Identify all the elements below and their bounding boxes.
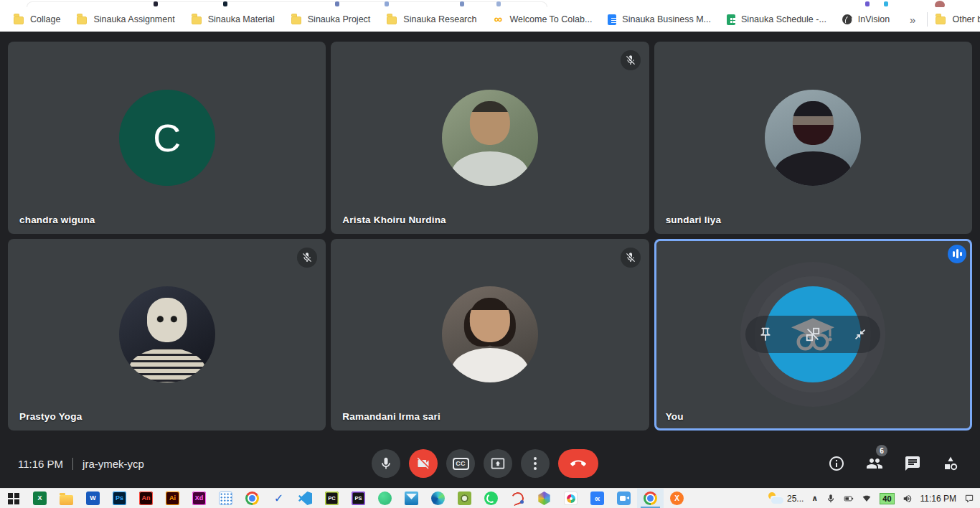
- meeting-details-button[interactable]: [827, 454, 846, 473]
- bookmark-label: Sinauka Assignment: [93, 14, 174, 24]
- taskbar-app-calendar[interactable]: [212, 489, 239, 508]
- taskbar-app-pycharm[interactable]: PC: [319, 489, 345, 508]
- meet-video-grid: C chandra wiguna Arista Khoiru Nurdina s…: [0, 32, 980, 439]
- tray-chevron-icon[interactable]: ∧: [811, 494, 818, 503]
- bookmark-sinauka-project[interactable]: Sinauka Project: [286, 11, 382, 28]
- chat-button[interactable]: [903, 454, 922, 473]
- tile-sundari-liya[interactable]: sundari liya: [654, 42, 972, 234]
- bookmark-label: Sinauka Project: [308, 14, 371, 24]
- extension-icon-partial[interactable]: [154, 1, 158, 6]
- participants-button[interactable]: 6: [865, 454, 884, 473]
- taskbar-app-todo-check[interactable]: ✓: [265, 489, 292, 508]
- extension-icon-partial[interactable]: [496, 1, 501, 6]
- weather-temp: 25...: [787, 494, 804, 504]
- present-button[interactable]: [484, 449, 512, 478]
- bookmark-collage[interactable]: Collage: [9, 11, 72, 28]
- extension-icon-partial[interactable]: [385, 1, 389, 6]
- chrome-active-icon: [644, 491, 657, 505]
- participant-name: You: [666, 411, 684, 422]
- taskbar-app-whatsapp[interactable]: [478, 489, 504, 508]
- taskbar-app-edge[interactable]: [425, 489, 451, 508]
- extension-icon-partial[interactable]: [460, 1, 464, 6]
- info-icon: [828, 455, 845, 472]
- muted-mic-icon: [621, 50, 641, 70]
- taskbar-app-illustrator[interactable]: Ai: [159, 489, 186, 508]
- taskbar-app-adobe-xd[interactable]: Xd: [186, 489, 212, 508]
- bookmark-sinauka-research[interactable]: Sinauka Research: [382, 11, 488, 28]
- tile-chandra-wiguna[interactable]: C chandra wiguna: [8, 42, 326, 234]
- whatsapp-icon: [484, 491, 498, 505]
- other-bookmarks-folder[interactable]: Other bookmarks: [930, 11, 980, 28]
- globe-favicon-icon: [842, 14, 852, 24]
- taskbar-app-phpstorm[interactable]: PS: [345, 489, 372, 508]
- action-center-icon[interactable]: [964, 494, 974, 504]
- camera-toggle-button[interactable]: [409, 449, 438, 478]
- audio-level-indicator: [948, 245, 966, 263]
- extension-icon-partial[interactable]: [335, 1, 339, 6]
- taskbar-app-mail[interactable]: [398, 489, 425, 508]
- animate-icon: An: [139, 491, 153, 505]
- folder-favicon-icon: [191, 14, 202, 25]
- bookmark-label: Collage: [30, 14, 60, 24]
- wifi-icon[interactable]: [862, 494, 872, 504]
- taskbar-app-excel[interactable]: X: [27, 489, 53, 508]
- meeting-clock: 11:16 PM: [18, 458, 63, 470]
- chrome-icon: [245, 491, 259, 505]
- taskbar-app-xampp[interactable]: X: [664, 489, 690, 508]
- bookmarks-overflow-chevron[interactable]: »: [901, 14, 924, 26]
- volume-icon[interactable]: [903, 494, 913, 504]
- bookmark-sinauka-material[interactable]: Sinauka Material: [187, 11, 286, 28]
- camera-off-icon: [416, 456, 430, 471]
- taskbar-app-vscode[interactable]: [292, 489, 319, 508]
- remove-tile-icon[interactable]: [805, 326, 821, 342]
- extension-icon-partial[interactable]: [223, 1, 227, 6]
- meeting-info-divider: [72, 458, 73, 470]
- taskbar-app-cc-app[interactable]: ∝: [584, 489, 611, 508]
- vscode-icon: [298, 491, 312, 505]
- participant-name: Prastyo Yoga: [19, 411, 82, 422]
- taskbar-app-camera-green[interactable]: [451, 489, 478, 508]
- tray-clock[interactable]: 11:16 PM: [920, 494, 956, 504]
- leave-call-button[interactable]: [558, 449, 598, 478]
- tile-prastyo-yoga[interactable]: Prastyo Yoga: [8, 239, 326, 431]
- pin-tile-icon[interactable]: [758, 326, 773, 342]
- bookmark-sinauka-assignment[interactable]: Sinauka Assignment: [72, 11, 186, 28]
- bookmark-sinauka-schedule[interactable]: Sinauka Schedule -...: [722, 11, 838, 28]
- bookmark-welcome-to-colab[interactable]: Welcome To Colab...: [488, 11, 603, 28]
- taskbar-app-android[interactable]: [372, 489, 398, 508]
- bookmark-label: InVision: [858, 14, 890, 24]
- tile-ramandani-irma-sari[interactable]: Ramandani Irma sari: [331, 239, 649, 431]
- mic-tray-icon[interactable]: [826, 494, 836, 504]
- bookmark-invision[interactable]: InVision: [838, 11, 901, 27]
- tile-you[interactable]: You: [654, 239, 972, 431]
- more-options-button[interactable]: [521, 449, 550, 478]
- meeting-code: jra-ymek-ycp: [83, 458, 144, 470]
- present-icon: [491, 456, 505, 471]
- camera-green-icon: [458, 491, 471, 505]
- captions-button[interactable]: CC: [446, 449, 475, 478]
- panel-buttons: 6: [827, 454, 960, 473]
- participant-photo: [765, 90, 861, 186]
- extension-icon-partial[interactable]: [884, 1, 888, 6]
- battery-percent-badge[interactable]: 40: [880, 493, 894, 504]
- taskbar-app-slack[interactable]: [557, 489, 584, 508]
- taskbar-app-chrome[interactable]: [239, 489, 265, 508]
- extension-icon-partial[interactable]: [865, 1, 870, 6]
- mic-toggle-button[interactable]: [372, 449, 400, 478]
- battery-icon[interactable]: [844, 494, 854, 504]
- taskbar-app-file-explorer[interactable]: [53, 489, 80, 508]
- meet-control-bar: 11:16 PM jra-ymek-ycp CC: [0, 439, 980, 488]
- taskbar-app-word[interactable]: W: [80, 489, 106, 508]
- taskbar-app-animate[interactable]: An: [133, 489, 159, 508]
- activities-button[interactable]: [941, 454, 960, 473]
- bookmark-sinauka-business-m[interactable]: Sinauka Business M...: [603, 11, 722, 28]
- taskbar-app-start[interactable]: [0, 489, 27, 508]
- taskbar-app-chrome-active[interactable]: [637, 489, 664, 508]
- taskbar-app-hexagon-app[interactable]: [531, 489, 557, 508]
- taskbar-app-photoshop[interactable]: Ps: [106, 489, 133, 508]
- weather-widget[interactable]: 25...: [766, 492, 804, 504]
- tile-arista-khoiru-nurdina[interactable]: Arista Khoiru Nurdina: [331, 42, 649, 234]
- taskbar-app-coreldraw[interactable]: [504, 489, 531, 508]
- minimize-tile-icon[interactable]: [852, 326, 868, 342]
- taskbar-app-video-app[interactable]: [611, 489, 637, 508]
